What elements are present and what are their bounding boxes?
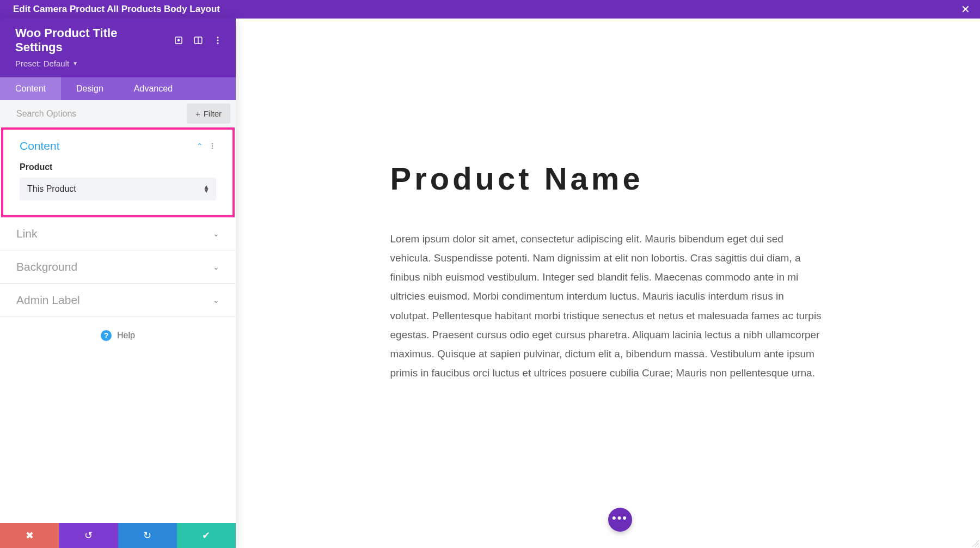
preset-label: Preset: Default xyxy=(15,59,69,68)
chevron-down-icon: ⌄ xyxy=(213,296,219,305)
help-icon: ? xyxy=(101,330,112,341)
tab-content[interactable]: Content xyxy=(0,77,61,100)
module-title: Woo Product Title Settings xyxy=(15,26,164,54)
svg-line-10 xyxy=(972,540,979,547)
svg-point-5 xyxy=(217,40,219,41)
action-bar: ✖ ↺ ↻ ✔ xyxy=(0,523,236,548)
expand-icon[interactable] xyxy=(174,35,183,45)
section-content-header[interactable]: Content ⌃ xyxy=(3,130,232,162)
svg-point-9 xyxy=(212,148,213,149)
filter-button[interactable]: + Filter xyxy=(187,103,230,124)
preview-canvas: Product Name Lorem ipsum dolor sit amet,… xyxy=(236,19,980,548)
section-link-header[interactable]: Link ⌄ xyxy=(0,217,236,250)
plus-icon: + xyxy=(195,109,200,118)
section-background-header[interactable]: Background ⌄ xyxy=(0,251,236,283)
section-link-title: Link xyxy=(16,227,38,240)
preset-dropdown[interactable]: Preset: Default ▼ xyxy=(15,59,78,68)
search-input[interactable] xyxy=(0,101,181,126)
close-button[interactable]: ✕ xyxy=(961,3,970,16)
chevron-down-icon: ⌄ xyxy=(213,263,219,271)
undo-button[interactable]: ↺ xyxy=(59,523,118,548)
select-arrows-icon: ▲▼ xyxy=(203,185,210,193)
cancel-button[interactable]: ✖ xyxy=(0,523,59,548)
product-description: Lorem ipsum dolor sit amet, consectetur … xyxy=(390,229,826,382)
tab-design[interactable]: Design xyxy=(61,77,119,100)
page-title: Edit Camera Product All Products Body La… xyxy=(13,4,220,15)
svg-point-6 xyxy=(217,42,219,44)
product-name-heading: Product Name xyxy=(390,160,826,197)
section-background: Background ⌄ xyxy=(0,251,236,284)
settings-sidebar: Woo Product Title Settings Preset: Defau… xyxy=(0,19,236,548)
section-content: Content ⌃ Product This Product ▲▼ xyxy=(3,130,232,215)
top-bar: Edit Camera Product All Products Body La… xyxy=(0,0,980,19)
undo-icon: ↺ xyxy=(84,529,93,541)
tab-advanced[interactable]: Advanced xyxy=(119,77,188,100)
sections-list: Content ⌃ Product This Product ▲▼ xyxy=(0,127,236,523)
more-vertical-icon[interactable] xyxy=(209,142,216,150)
svg-line-12 xyxy=(978,546,979,547)
section-link: Link ⌄ xyxy=(0,217,236,251)
section-content-body: Product This Product ▲▼ xyxy=(3,162,232,215)
svg-point-8 xyxy=(212,145,213,147)
section-background-title: Background xyxy=(16,260,77,273)
split-view-icon[interactable] xyxy=(193,35,203,45)
filter-label: Filter xyxy=(204,109,222,118)
section-content-title: Content xyxy=(20,139,60,153)
settings-tabs: Content Design Advanced xyxy=(0,77,236,100)
resize-handle-icon[interactable] xyxy=(971,539,979,547)
save-button[interactable]: ✔ xyxy=(177,523,236,548)
floating-action-button[interactable]: ••• xyxy=(608,508,632,532)
chevron-up-icon: ⌃ xyxy=(197,142,203,150)
section-admin-label-title: Admin Label xyxy=(16,294,80,307)
more-vertical-icon[interactable] xyxy=(213,35,223,45)
svg-point-4 xyxy=(217,36,219,38)
section-admin-label: Admin Label ⌄ xyxy=(0,284,236,317)
content-section-highlight: Content ⌃ Product This Product ▲▼ xyxy=(1,127,235,217)
search-row: + Filter xyxy=(0,100,236,127)
redo-icon: ↻ xyxy=(143,529,151,541)
svg-point-1 xyxy=(178,40,180,41)
help-row[interactable]: ? Help xyxy=(0,317,236,354)
sidebar-header: Woo Product Title Settings Preset: Defau… xyxy=(0,19,236,77)
product-select[interactable]: This Product ▲▼ xyxy=(20,178,216,200)
product-select-value: This Product xyxy=(27,184,76,193)
chevron-down-icon: ⌄ xyxy=(213,229,219,238)
ellipsis-icon: ••• xyxy=(612,511,628,525)
caret-down-icon: ▼ xyxy=(72,60,78,66)
product-field-label: Product xyxy=(20,162,216,172)
check-icon: ✔ xyxy=(202,529,210,541)
close-icon: ✖ xyxy=(26,529,34,541)
help-label: Help xyxy=(117,331,135,340)
section-admin-label-header[interactable]: Admin Label ⌄ xyxy=(0,284,236,316)
svg-point-7 xyxy=(212,143,213,144)
redo-button[interactable]: ↻ xyxy=(118,523,177,548)
